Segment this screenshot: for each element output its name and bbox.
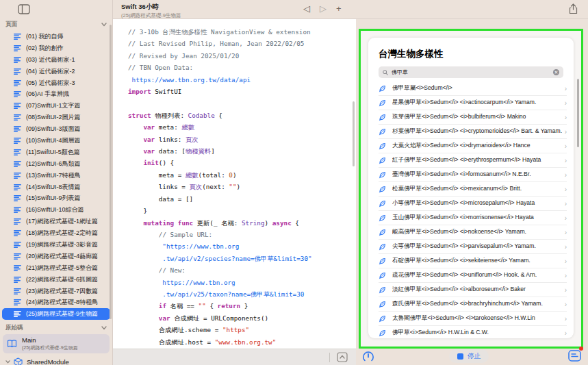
code-line[interactable]: // 3-10b 台灣生物多樣性 NavigationView & extens… xyxy=(128,26,356,38)
sidebar-item-page[interactable]: (06)AI 手掌辨識 xyxy=(0,88,112,100)
sidebar-item-page[interactable]: (07)SwiftUI-1文字篇 xyxy=(0,100,112,112)
species-row[interactable]: 尖萼佛甲草<i>Sedum</i> <i>parvisepalum</i> Ya… xyxy=(379,240,567,254)
sidebar-item-page[interactable]: (12)SwiftUI-6鳥類篇 xyxy=(0,158,112,170)
code-line[interactable]: 合成網址.host = "www.tbn.org.tw" xyxy=(128,336,356,348)
species-row[interactable]: 臺灣佛甲草<i>Sedum</i> <i>formosanum</i> N.E.… xyxy=(379,168,567,182)
divider xyxy=(329,353,330,362)
code-line[interactable]: meta = 總數(total: 0) xyxy=(128,169,356,181)
sidebar-item-page[interactable]: (13)SwiftUI-7特種鳥 xyxy=(0,170,112,181)
species-row[interactable]: 松葉佛甲草<i>Sedum</i> <i>mexicanum</i> Britt… xyxy=(379,182,567,197)
add-button[interactable]: + xyxy=(336,3,342,14)
code-line[interactable]: links = 頁次(next: "") xyxy=(128,181,356,192)
code-content[interactable]: // 3-10b 台灣生物多樣性 NavigationView & extens… xyxy=(113,19,356,349)
editor-scrollbar[interactable] xyxy=(353,101,355,166)
sidebar-item-page[interactable]: (10)SwiftUI-4圖層篇 xyxy=(0,135,112,147)
list-scrollbar[interactable] xyxy=(577,79,579,147)
sidebar-item-page[interactable]: (08)SwiftUI-2圖片篇 xyxy=(0,112,112,123)
species-row[interactable]: 能高佛甲草<i>Sedum</i> <i>nokoense</i> Yamam.… xyxy=(379,225,567,240)
code-line[interactable]: .tw/api/v2/species?name=佛甲草&limit=30" xyxy=(128,253,356,264)
code-line[interactable]: mutating func 更新(_ 名稱: String) async { xyxy=(128,217,356,229)
species-row[interactable]: 紅子佛甲草<i>Sedum</i> <i>erythrospermum</i> … xyxy=(379,153,567,168)
species-row[interactable]: 佛甲草<i>Sedum</i> H.W.Lin & C.W.› xyxy=(379,326,567,338)
species-row[interactable]: 疏花佛甲草<i>Sedum</i> <i>uniflorum</i> Hook.… xyxy=(379,268,567,283)
code-line[interactable]: .tw/api/v25/taxon?name=佛甲草&limit=30 xyxy=(128,288,356,300)
species-row[interactable]: 淡紅佛甲草<i>Sedum</i> <i>alboroseum</i> Bake… xyxy=(379,283,567,297)
chevron-right-icon: › xyxy=(565,315,567,323)
playgrounds-window: 頁面 (01) 我的自傳 (02) 我的創作 (03) 近代藝術家-1 (04)… xyxy=(0,0,588,365)
search-input[interactable]: 佛甲草 ✕ xyxy=(379,66,563,78)
species-row[interactable]: 杉葉佛甲草<i>Sedum</i> <i>cryptomerioides</i>… xyxy=(379,125,567,139)
species-row[interactable]: 珠芽佛甲草<i>Sedum</i> <i>bulbiferum</i> Maki… xyxy=(379,110,567,125)
chevron-right-icon: › xyxy=(565,329,567,337)
sidebar-item-page[interactable]: (05) 近代藝術家-3 xyxy=(0,77,112,89)
sidebar-item-page[interactable]: (14)SwiftUI-8表情篇 xyxy=(0,181,112,193)
sidebar-item-page[interactable]: (01) 我的自傳 xyxy=(0,31,112,42)
keyboard-toggle-button[interactable] xyxy=(337,352,348,362)
sidebar-section-sources[interactable]: 原始碼 xyxy=(5,324,107,332)
sidebar-item-page[interactable]: (17)網路程式基礎-1網址篇 xyxy=(0,216,112,227)
sidebar-item-page[interactable]: (02) 我的創作 xyxy=(0,42,112,54)
sidebar-section-pages[interactable]: 頁面 xyxy=(5,21,107,29)
sidebar-item-page[interactable]: (25)網路程式基礎-9生物篇 xyxy=(2,308,110,320)
chevron-right-icon: › xyxy=(565,171,567,179)
species-row[interactable]: 星果佛甲草<i>Sedum</i> <i>actinocarpum</i> Ya… xyxy=(379,96,567,110)
code-line[interactable]: https://www.tbn.org xyxy=(128,277,356,288)
species-row[interactable]: 石碇佛甲草<i>Sedum</i> <i>sekiteiense</i> Yam… xyxy=(379,254,567,268)
sidebar-item-page[interactable]: (03) 近代藝術家-1 xyxy=(0,54,112,66)
species-row[interactable]: 小萼佛甲草<i>Sedum</i> <i>microsepalum</i> Ha… xyxy=(379,197,567,211)
code-line[interactable]: // TBN Open Data: xyxy=(128,62,356,73)
species-row[interactable]: 森氏佛甲草<i>Sedum</i> <i>brachryhinchum</i> … xyxy=(379,297,567,312)
code-line[interactable]: import SwiftUI xyxy=(128,86,356,97)
sidebar-item-page[interactable]: (19)網路程式基礎-3影音篇 xyxy=(0,239,112,251)
code-line[interactable]: https://www.tbn.org.tw/data/api xyxy=(128,74,356,86)
sidebar-item-page[interactable]: (24)網路程式基礎-8特種鳥 xyxy=(0,297,112,308)
code-line[interactable]: init() { xyxy=(128,157,356,168)
leaf-icon xyxy=(379,128,386,136)
sidebar-item-page[interactable]: (18)網路程式基礎-2定時篇 xyxy=(0,227,112,239)
sidebar-item-page[interactable]: (21)網路程式基礎-5整合篇 xyxy=(0,262,112,274)
code-line[interactable]: // New: xyxy=(128,264,356,276)
sidebar-item-page[interactable]: (22)網路程式基礎-6抓圖篇 xyxy=(0,274,112,286)
page-lines-icon xyxy=(14,218,21,225)
code-line[interactable]: struct 物種列表: Codable { xyxy=(128,110,356,121)
code-line[interactable]: var data: [物種資料] xyxy=(128,145,356,157)
sidebar-item-sharedmodule[interactable]: SharedModule xyxy=(5,357,110,365)
sidebar-toggle-icon[interactable] xyxy=(18,4,30,14)
species-row[interactable]: 大葉火焰草<i>Sedum</i> <i>drymarioides</i> Ha… xyxy=(379,139,567,153)
sidebar-item-page[interactable]: (16)SwiftUI-10綜合篇 xyxy=(0,204,112,216)
clear-search-button[interactable]: ✕ xyxy=(553,69,559,75)
code-line[interactable]: data = [] xyxy=(128,193,356,205)
code-line[interactable]: // Sample URL: xyxy=(128,229,356,240)
species-row[interactable]: 太魯閣佛甲草<i>Sedum</i> <i>tarokoense</i> H.W… xyxy=(379,312,567,326)
code-line[interactable]: var 合成網址 = URLComponents() xyxy=(128,312,356,324)
code-editor[interactable]: // 3-10b 台灣生物多樣性 NavigationView & extens… xyxy=(113,19,356,349)
code-line[interactable]: } xyxy=(128,205,356,216)
code-line[interactable]: "https://www.tbn.org xyxy=(128,240,356,252)
run-button[interactable]: ▷ xyxy=(320,3,327,14)
species-row[interactable]: 佛甲草屬<i>Sedum</i>› xyxy=(379,81,567,96)
code-line[interactable]: var links: 頁次 xyxy=(128,134,356,145)
code-line[interactable]: 合成網址.scheme = "https" xyxy=(128,324,356,336)
sidebar-item-page[interactable]: (20)網路程式基礎-4藝廊篇 xyxy=(0,251,112,262)
back-button[interactable]: ◁ xyxy=(303,3,310,14)
console-panel-button[interactable] xyxy=(567,349,582,363)
stop-button[interactable]: 停止 xyxy=(449,349,489,363)
sidebar-item-page[interactable]: (09)SwiftUI-3版面篇 xyxy=(0,123,112,135)
leaf-icon xyxy=(379,301,386,308)
code-line[interactable]: var meta: 總數 xyxy=(128,121,356,133)
code-line[interactable]: // Last Revised Philip, Heman, Jean 2022… xyxy=(128,38,356,49)
code-line[interactable]: if 名稱 == "" { return } xyxy=(128,300,356,312)
species-row[interactable]: 玉山佛甲草<i>Sedum</i> <i>morrisonense</i> Ha… xyxy=(379,211,567,225)
sidebar-scrollbar[interactable] xyxy=(110,25,112,319)
sidebar-item-page[interactable]: (11)SwiftUI-5顏色篇 xyxy=(0,147,112,158)
sidebar-item-page[interactable]: (23)網路程式基礎-7因數篇 xyxy=(0,286,112,297)
sidebar-item-label: (12)SwiftUI-6鳥類篇 xyxy=(26,160,81,168)
code-line[interactable] xyxy=(128,97,356,109)
species-name: 淡紅佛甲草<i>Sedum</i> <i>alboroseum</i> Bake… xyxy=(392,286,562,294)
code-line[interactable]: // Revised by Jean 2025/01/20 xyxy=(128,50,356,62)
share-button[interactable] xyxy=(569,3,578,17)
performance-gauge-button[interactable] xyxy=(361,350,375,364)
sidebar-item-page[interactable]: (04) 近代藝術家-2 xyxy=(0,66,112,77)
sidebar-item-main[interactable]: Main (25)網路程式基礎-9生物篇 xyxy=(3,334,110,353)
sidebar-item-page[interactable]: (15)SwiftUI-9列表篇 xyxy=(0,192,112,204)
